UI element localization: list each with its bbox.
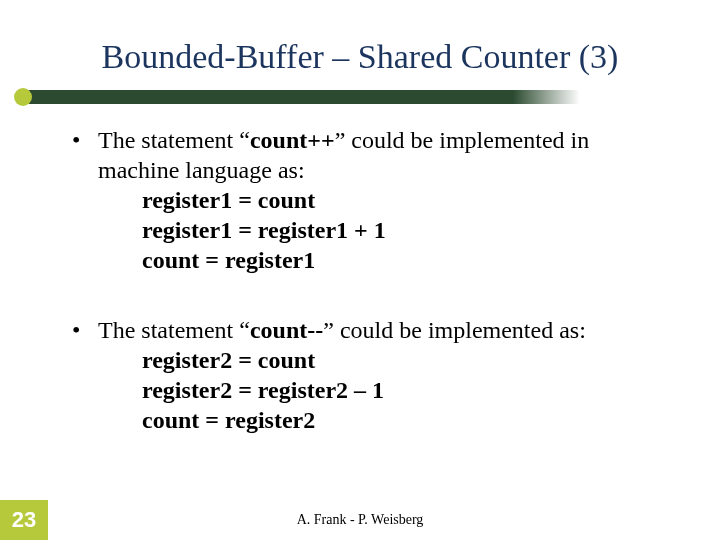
bullet-text-post: ” could be implemented as: — [323, 317, 586, 343]
bullet-text-bold: count++ — [250, 127, 335, 153]
code-line: register1 = count — [142, 185, 670, 215]
code-line: register1 = register1 + 1 — [142, 215, 670, 245]
underline-dot-icon — [14, 88, 32, 106]
bullet-item: The statement “count--” could be impleme… — [70, 315, 670, 435]
footer-text: A. Frank - P. Weisberg — [0, 512, 720, 528]
body-content: The statement “count++” could be impleme… — [70, 125, 670, 475]
code-line: count = register2 — [142, 405, 670, 435]
bullet-text-pre: The statement “ — [98, 127, 250, 153]
slide-title: Bounded-Buffer – Shared Counter (3) — [0, 38, 720, 76]
title-underline — [20, 90, 580, 104]
bullet-item: The statement “count++” could be impleme… — [70, 125, 670, 275]
code-line: count = register1 — [142, 245, 670, 275]
code-line: register2 = register2 – 1 — [142, 375, 670, 405]
code-line: register2 = count — [142, 345, 670, 375]
underline-bar — [20, 90, 580, 104]
slide: Bounded-Buffer – Shared Counter (3) The … — [0, 0, 720, 540]
bullet-text-pre: The statement “ — [98, 317, 250, 343]
bullet-text-bold: count-- — [250, 317, 323, 343]
